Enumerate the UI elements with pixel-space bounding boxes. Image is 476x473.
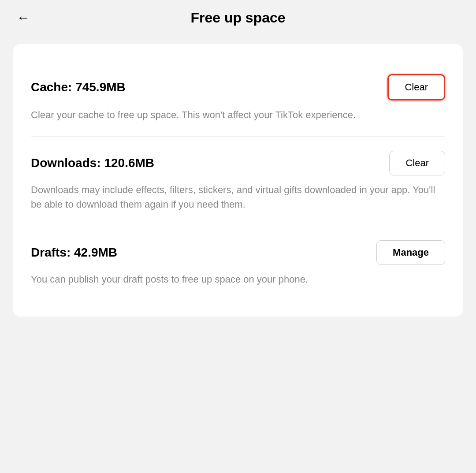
back-arrow-icon: ← <box>17 11 30 24</box>
main-content: Cache: 745.9MB Clear Clear your cache to… <box>0 35 476 473</box>
page-header: ← Free up space <box>0 0 476 35</box>
cache-description: Clear your cache to free up space. This … <box>31 108 445 122</box>
page-title: Free up space <box>190 10 285 26</box>
downloads-section: Downloads: 120.6MB Clear Downloads may i… <box>31 137 445 226</box>
cache-section: Cache: 745.9MB Clear Clear your cache to… <box>31 60 445 137</box>
drafts-title: Drafts: 42.9MB <box>31 246 117 260</box>
downloads-clear-button[interactable]: Clear <box>389 151 445 175</box>
cache-section-header: Cache: 745.9MB Clear <box>31 74 445 101</box>
cache-title: Cache: 745.9MB <box>31 80 126 94</box>
downloads-title: Downloads: 120.6MB <box>31 156 154 170</box>
downloads-section-header: Downloads: 120.6MB Clear <box>31 151 445 175</box>
downloads-description: Downloads may include effects, filters, … <box>31 182 445 212</box>
back-button[interactable]: ← <box>13 7 33 28</box>
cache-clear-button[interactable]: Clear <box>387 74 445 101</box>
drafts-description: You can publish your draft posts to free… <box>31 272 445 287</box>
drafts-manage-button[interactable]: Manage <box>376 240 445 265</box>
drafts-section-header: Drafts: 42.9MB Manage <box>31 240 445 265</box>
settings-card: Cache: 745.9MB Clear Clear your cache to… <box>13 44 463 317</box>
drafts-section: Drafts: 42.9MB Manage You can publish yo… <box>31 226 445 301</box>
